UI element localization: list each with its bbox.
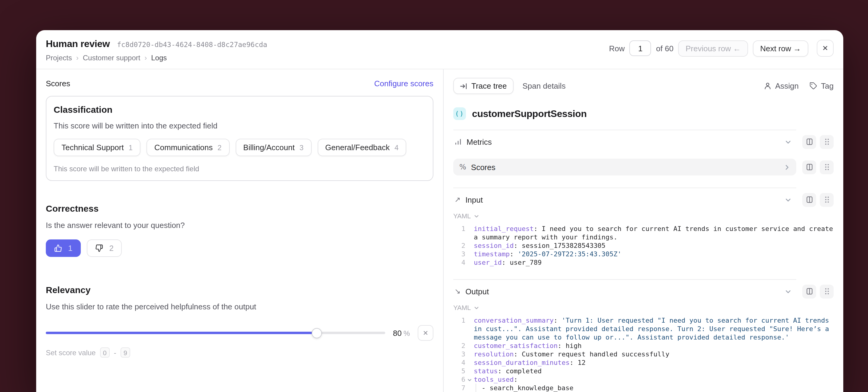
stage: Human review fc8d0720-db43-4624-8408-d8c… (0, 0, 868, 392)
yaml-line: 3timestamp: '2025-07-29T22:35:43.305Z' (453, 250, 834, 259)
assign-button[interactable]: Assign (764, 82, 799, 90)
close-button[interactable]: ✕ (817, 40, 834, 57)
collapse-icon[interactable] (467, 378, 472, 382)
span-title-row: () customerSupportSession (453, 107, 834, 120)
breadcrumb-item-project[interactable]: Customer support (83, 54, 141, 62)
trace-tree-icon (460, 82, 467, 90)
input-format-label: YAML (453, 212, 471, 219)
panel-columns-icon[interactable] (802, 135, 816, 149)
scores-section-row: % Scores (453, 153, 834, 176)
input-section-toggle[interactable]: ↗ Input (453, 192, 796, 207)
panel-columns-icon[interactable] (802, 284, 816, 298)
header-left: Human review fc8d0720-db43-4624-8408-d8c… (46, 39, 267, 62)
row-number-input[interactable] (629, 40, 651, 56)
toolbar-actions: Assign Tag (764, 82, 834, 90)
slider-thumb[interactable] (312, 328, 322, 338)
output-yaml-block: 1conversation_summary: 'Turn 1: User req… (453, 316, 834, 392)
next-row-button[interactable]: Next row → (753, 40, 808, 56)
input-gutter (802, 193, 834, 207)
scores-label: Scores (471, 162, 495, 172)
classification-option-communications[interactable]: Communications 2 (147, 139, 229, 156)
tab-trace-tree[interactable]: Trace tree (453, 78, 514, 94)
classification-description: This score will be written into the expe… (54, 121, 426, 130)
output-arrow-icon: ↘ (455, 287, 461, 296)
drag-handle-icon[interactable] (820, 284, 834, 298)
chevron-down-icon (785, 139, 792, 145)
input-label: Input (465, 195, 483, 204)
chevron-down-icon (785, 196, 792, 203)
trace-toolbar: Trace tree Span details Assign (453, 78, 834, 94)
yaml-line: 7- search_knowledge_base (453, 384, 834, 392)
tab-span-details[interactable]: Span details (523, 82, 566, 90)
score-hint: Set score value 0 - 9 (46, 348, 433, 358)
thumbs-down-button[interactable]: 2 (87, 239, 122, 257)
modal-header: Human review fc8d0720-db43-4624-8408-d8c… (36, 30, 843, 69)
classification-option-general-feedback[interactable]: General/Feedback 4 (317, 139, 406, 156)
trace-tree-label: Trace tree (471, 82, 507, 90)
classification-footnote: This score will be written to the expect… (54, 164, 426, 173)
relevancy-description: Use this slider to rate the perceived he… (46, 302, 433, 311)
scores-section-toggle[interactable]: % Scores (453, 159, 796, 176)
configure-scores-link[interactable]: Configure scores (374, 79, 433, 88)
yaml-line: 2session_id: session_1753828543305 (453, 242, 834, 250)
panel-columns-icon[interactable] (802, 160, 816, 174)
option-hotkey: 3 (300, 144, 304, 152)
scores-panel-title: Scores (46, 79, 70, 88)
yaml-line: 3resolution: Customer request handled su… (453, 351, 834, 359)
scores-panel-header: Scores Configure scores (46, 79, 433, 88)
panel-columns-icon[interactable] (802, 193, 816, 207)
output-section-toggle[interactable]: ↘ Output (453, 284, 796, 299)
drag-handle-icon[interactable] (820, 193, 834, 207)
tag-button[interactable]: Tag (809, 82, 834, 90)
relevancy-slider[interactable] (46, 328, 385, 338)
slider-value-number: 80 (393, 328, 402, 337)
output-gutter (802, 284, 834, 298)
classification-option-billing-account[interactable]: Billing/Account 3 (236, 139, 311, 156)
chevron-down-icon (785, 288, 792, 295)
metrics-section-row: Metrics (453, 134, 834, 149)
breadcrumb: Projects › Customer support › Logs (46, 54, 267, 62)
trace-panel: Trace tree Span details Assign (443, 69, 843, 392)
input-yaml-block: 1initial_request: I need you to search f… (453, 225, 834, 267)
slider-value-unit: % (404, 329, 410, 337)
section-divider (453, 130, 796, 130)
drag-handle-icon[interactable] (820, 135, 834, 149)
metrics-gutter (802, 135, 834, 149)
yaml-line: 4session_duration_minutes: 12 (453, 359, 834, 367)
metrics-section-toggle[interactable]: Metrics (453, 134, 796, 149)
breadcrumb-item-projects[interactable]: Projects (46, 54, 72, 62)
option-hotkey: 4 (395, 144, 398, 152)
chevron-down-icon (474, 213, 479, 219)
classification-title: Classification (54, 104, 426, 115)
scores-pill-wrap: % Scores (453, 153, 796, 176)
page-title: Human review (46, 39, 110, 50)
option-hotkey: 1 (129, 144, 133, 152)
header-controls: Row of 60 Previous row ← Next row → ✕ (609, 40, 834, 57)
score-hint-text: Set score value (46, 348, 96, 357)
score-max-key: 9 (121, 348, 130, 358)
input-section-row: ↗ Input (453, 192, 834, 207)
classification-option-technical-support[interactable]: Technical Support 1 (54, 139, 141, 156)
metrics-label: Metrics (467, 137, 492, 146)
clear-score-button[interactable]: ✕ (418, 325, 433, 341)
yaml-line: 6tools_used: (453, 376, 834, 384)
scores-gutter (802, 160, 834, 174)
thumbs-down-hotkey: 2 (109, 244, 113, 253)
output-section-row: ↘ Output (453, 284, 834, 299)
span-name: customerSupportSession (472, 108, 587, 119)
breadcrumb-separator-icon: › (76, 54, 79, 62)
option-label: Technical Support (61, 143, 124, 152)
thumbs-up-button[interactable]: 1 (46, 239, 81, 257)
breadcrumb-item-logs[interactable]: Logs (151, 54, 167, 62)
thumbs-down-icon (95, 244, 103, 252)
yaml-line: 5status: completed (453, 367, 834, 376)
chevron-down-icon (474, 305, 479, 310)
thumbs-up-hotkey: 1 (68, 244, 72, 253)
modal-body: Scores Configure scores Classification T… (36, 69, 843, 392)
record-id: fc8d0720-db43-4624-8408-d8c27ae96cda (117, 40, 267, 49)
input-format-select[interactable]: YAML (453, 212, 834, 219)
percent-icon: % (459, 163, 466, 171)
drag-handle-icon[interactable] (820, 160, 834, 174)
output-format-select[interactable]: YAML (453, 304, 834, 311)
previous-row-button[interactable]: Previous row ← (678, 40, 748, 56)
